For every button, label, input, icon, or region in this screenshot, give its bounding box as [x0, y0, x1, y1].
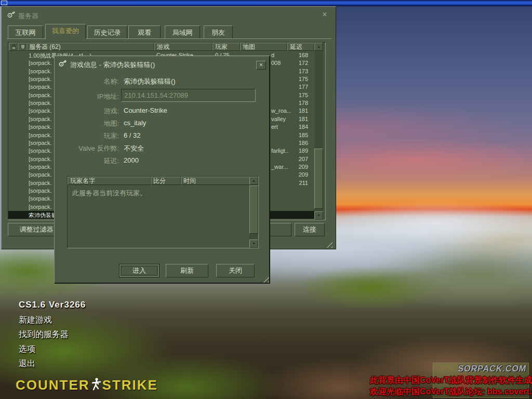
scroll-up-button[interactable]: ▲: [249, 177, 258, 185]
cell-server-name: [sorpack.: [29, 116, 52, 122]
cell-server-name: [sorpack.: [29, 188, 52, 194]
scroll-down-button[interactable]: ▼: [314, 211, 323, 220]
cell-map: _war...: [271, 164, 288, 170]
soldier-icon: [90, 377, 102, 392]
cell-latency: 175: [287, 76, 308, 82]
window-resize-grip[interactable]: [324, 240, 332, 248]
field-value-latency: 2000: [124, 156, 139, 164]
column-game[interactable]: 游戏: [154, 43, 212, 51]
field-label-game: 游戏:: [55, 107, 119, 116]
cell-map: farligt..: [271, 148, 288, 154]
menu-item-quit[interactable]: 退出: [19, 358, 35, 369]
close-button[interactable]: 关闭: [216, 264, 255, 277]
cell-server-name: [sorpack.: [29, 108, 52, 114]
column-score[interactable]: 比分: [151, 177, 181, 185]
player-list: 玩家名字 比分 时间 此服务器当前没有玩家。 ▲ ▼: [67, 176, 259, 248]
tab-history[interactable]: 历史记录: [87, 25, 127, 39]
field-label-latency: 延迟:: [55, 156, 119, 166]
window-icon: [1, 1, 7, 5]
column-players[interactable]: 玩家: [212, 43, 240, 51]
field-label-map: 地图:: [55, 119, 119, 128]
cell-map: valley: [271, 116, 286, 122]
steam-icon: [7, 10, 15, 19]
menu-item-new-game[interactable]: 新建游戏: [19, 315, 52, 326]
lock-icon: [11, 44, 16, 50]
tab-favorites[interactable]: 我喜爱的: [45, 24, 86, 39]
cell-server-name: [sorpack.: [29, 60, 52, 66]
shield-icon: [20, 44, 25, 50]
cell-server-name: [sorpack.: [29, 195, 52, 202]
sorpack-logo-text: SORPACK.COM: [458, 364, 526, 374]
cell-server-name: [sorpack.: [29, 164, 52, 170]
cell-latency: 175: [287, 92, 308, 98]
tab-lan[interactable]: 局域网: [165, 25, 200, 39]
ip-address-input[interactable]: [121, 89, 256, 102]
logo-text-counter: COUNTER: [16, 377, 90, 393]
background-window-titlebar: [0, 0, 532, 6]
cell-server-name: [sorpack.: [29, 132, 52, 138]
counter-strike-logo: COUNTER STRIKESTRIKE: [16, 377, 158, 393]
cell-latency: 178: [287, 100, 308, 106]
tab-internet[interactable]: 互联网: [8, 25, 43, 39]
column-latency[interactable]: 延迟: [287, 43, 314, 51]
cell-map: ert: [271, 124, 278, 130]
menu-item-options[interactable]: 选项: [19, 344, 35, 355]
empty-players-message: 此服务器当前没有玩家。: [72, 189, 147, 198]
close-icon[interactable]: ×: [320, 9, 330, 20]
field-value-players: 6 / 32: [124, 131, 141, 139]
field-value-vac: 不安全: [124, 144, 144, 153]
credit-line-2: 欢迎光临中国CoVerT战队论坛: bbs.covert.cn: [370, 387, 532, 397]
cell-map: 008: [271, 60, 281, 66]
tab-friends[interactable]: 朋友: [204, 25, 233, 39]
column-time[interactable]: 时间: [181, 177, 250, 185]
cell-server-name: [sorpack.: [29, 204, 52, 210]
cell-latency: 168: [287, 52, 308, 58]
steam-icon: [58, 59, 66, 68]
column-map[interactable]: 地图: [240, 43, 287, 51]
scroll-down-button[interactable]: ▼: [249, 240, 258, 248]
scroll-up-button[interactable]: ▲: [314, 43, 323, 51]
cell-server-name: [sorpack.: [29, 156, 52, 162]
field-value-game: Counter-Strike: [124, 107, 167, 114]
cell-server-name: [sorpack.: [29, 140, 52, 146]
cell-latency: 211: [287, 180, 308, 186]
dialog-resize-grip[interactable]: [260, 274, 269, 283]
refresh-button[interactable]: 刷新: [166, 264, 208, 277]
scrollbar-thumb[interactable]: [249, 185, 258, 234]
cell-latency: 181: [287, 116, 308, 122]
join-button[interactable]: 进入: [119, 264, 159, 277]
menu-item-find-servers[interactable]: 找到的服务器: [19, 329, 69, 340]
column-player-name[interactable]: 玩家名字: [68, 177, 151, 185]
connect-button[interactable]: 连接: [295, 223, 325, 236]
cell-latency: 172: [287, 60, 308, 66]
cell-server-name: [sorpack.: [29, 76, 52, 82]
dialog-close-button[interactable]: ×: [256, 61, 266, 70]
cell-latency: 177: [287, 84, 308, 90]
cell-latency: 185: [287, 132, 308, 138]
tab-spectate[interactable]: 观看: [128, 25, 161, 39]
screen: 服务器 × 互联网 我喜爱的 历史记录 观看 局域网 朋友 服务器 (62) 游…: [0, 0, 532, 399]
cell-latency: 189: [287, 148, 308, 154]
cell-latency: 209: [287, 171, 308, 178]
scrollbar-thumb[interactable]: [314, 149, 323, 209]
column-vac[interactable]: [18, 43, 26, 51]
cell-server-name: [sorpack.: [29, 124, 52, 130]
game-info-dialog: 游戏信息 - 索沛伪装躲猫猫() × 名称: 索沛伪装躲猫猫() IP地址: 游…: [54, 56, 270, 283]
column-server[interactable]: 服务器 (62): [26, 43, 154, 51]
field-label-vac: Valve 反作弊:: [55, 144, 119, 153]
cell-server-name: [sorpack.: [29, 171, 52, 178]
cell-server-name: [sorpack.: [29, 68, 52, 74]
cell-server-name: [sorpack.: [29, 84, 52, 90]
cell-server-name: [sorpack.: [29, 148, 52, 154]
logo-text-strike: STRIKE: [102, 377, 158, 393]
credit-line-1: 此背景由中国CoVerT战队背景制作软件生成: [370, 375, 532, 386]
cell-server-name: [sorpack.: [29, 180, 52, 186]
column-lock[interactable]: [9, 43, 18, 51]
cell-server-name: [sorpack.: [29, 92, 52, 98]
cell-latency: 209: [287, 164, 308, 170]
cell-latency: 207: [287, 156, 308, 162]
cell-server-name: [sorpack.: [29, 100, 52, 106]
cell-map: d: [271, 52, 274, 58]
field-value-name: 索沛伪装躲猫猫(): [124, 77, 176, 86]
game-version: CS1.6 Ver3266: [19, 300, 86, 310]
